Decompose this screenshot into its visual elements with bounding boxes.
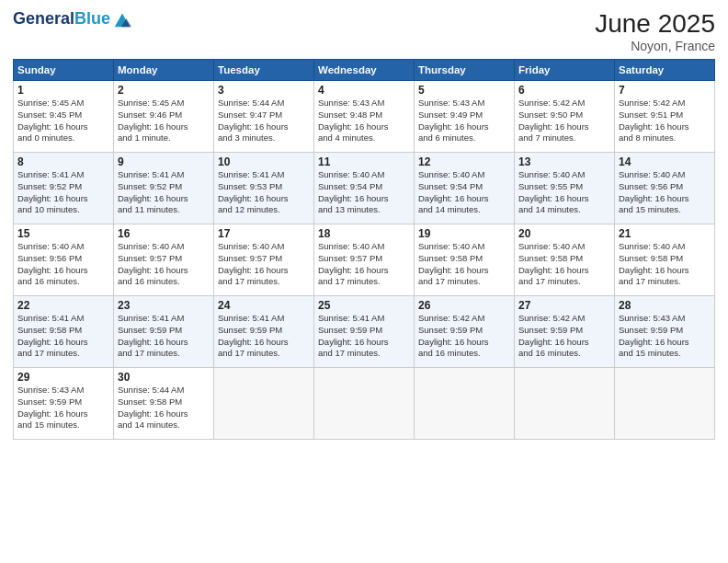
table-row — [515, 368, 615, 440]
table-row: 24Sunrise: 5:41 AMSunset: 9:59 PMDayligh… — [214, 296, 314, 368]
table-row: 6Sunrise: 5:42 AMSunset: 9:50 PMDaylight… — [515, 81, 615, 153]
calendar-week-0: 1Sunrise: 5:45 AMSunset: 9:45 PMDaylight… — [14, 81, 715, 153]
table-row: 25Sunrise: 5:41 AMSunset: 9:59 PMDayligh… — [314, 296, 415, 368]
table-row: 5Sunrise: 5:43 AMSunset: 9:49 PMDaylight… — [415, 81, 515, 153]
title-block: June 2025 Noyon, France — [595, 9, 715, 53]
col-sat: Saturday — [615, 60, 715, 81]
table-row: 16Sunrise: 5:40 AMSunset: 9:57 PMDayligh… — [114, 224, 214, 296]
table-row: 9Sunrise: 5:41 AMSunset: 9:52 PMDaylight… — [114, 153, 214, 224]
calendar: Sunday Monday Tuesday Wednesday Thursday… — [13, 59, 715, 440]
table-row — [314, 368, 415, 440]
table-row: 8Sunrise: 5:41 AMSunset: 9:52 PMDaylight… — [14, 153, 114, 224]
page: GeneralBlue June 2025 Noyon, France Sund… — [0, 0, 728, 563]
table-row — [415, 368, 515, 440]
table-row: 21Sunrise: 5:40 AMSunset: 9:58 PMDayligh… — [615, 224, 715, 296]
col-fri: Friday — [515, 60, 615, 81]
header: GeneralBlue June 2025 Noyon, France — [13, 9, 715, 53]
table-row — [615, 368, 715, 440]
table-row: 14Sunrise: 5:40 AMSunset: 9:56 PMDayligh… — [615, 153, 715, 224]
logo: GeneralBlue — [13, 9, 132, 29]
col-thu: Thursday — [415, 60, 515, 81]
table-row — [214, 368, 314, 440]
logo-text: GeneralBlue — [13, 10, 110, 29]
table-row: 28Sunrise: 5:43 AMSunset: 9:59 PMDayligh… — [615, 296, 715, 368]
table-row: 10Sunrise: 5:41 AMSunset: 9:53 PMDayligh… — [214, 153, 314, 224]
table-row: 13Sunrise: 5:40 AMSunset: 9:55 PMDayligh… — [515, 153, 615, 224]
table-row: 1Sunrise: 5:45 AMSunset: 9:45 PMDaylight… — [14, 81, 114, 153]
table-row: 4Sunrise: 5:43 AMSunset: 9:48 PMDaylight… — [314, 81, 415, 153]
table-row: 11Sunrise: 5:40 AMSunset: 9:54 PMDayligh… — [314, 153, 415, 224]
table-row: 23Sunrise: 5:41 AMSunset: 9:59 PMDayligh… — [114, 296, 214, 368]
table-row: 29Sunrise: 5:43 AMSunset: 9:59 PMDayligh… — [14, 368, 114, 440]
table-row: 17Sunrise: 5:40 AMSunset: 9:57 PMDayligh… — [214, 224, 314, 296]
month-title: June 2025 — [595, 9, 715, 39]
col-wed: Wednesday — [314, 60, 415, 81]
calendar-week-2: 15Sunrise: 5:40 AMSunset: 9:56 PMDayligh… — [14, 224, 715, 296]
table-row: 15Sunrise: 5:40 AMSunset: 9:56 PMDayligh… — [14, 224, 114, 296]
table-row: 30Sunrise: 5:44 AMSunset: 9:58 PMDayligh… — [114, 368, 214, 440]
table-row: 22Sunrise: 5:41 AMSunset: 9:58 PMDayligh… — [14, 296, 114, 368]
col-tue: Tuesday — [214, 60, 314, 81]
calendar-week-1: 8Sunrise: 5:41 AMSunset: 9:52 PMDaylight… — [14, 153, 715, 224]
calendar-header-row: Sunday Monday Tuesday Wednesday Thursday… — [14, 60, 715, 81]
table-row: 27Sunrise: 5:42 AMSunset: 9:59 PMDayligh… — [515, 296, 615, 368]
col-sun: Sunday — [14, 60, 114, 81]
location: Noyon, France — [595, 39, 715, 53]
table-row: 26Sunrise: 5:42 AMSunset: 9:59 PMDayligh… — [415, 296, 515, 368]
table-row: 2Sunrise: 5:45 AMSunset: 9:46 PMDaylight… — [114, 81, 214, 153]
table-row: 12Sunrise: 5:40 AMSunset: 9:54 PMDayligh… — [415, 153, 515, 224]
table-row: 19Sunrise: 5:40 AMSunset: 9:58 PMDayligh… — [415, 224, 515, 296]
calendar-week-3: 22Sunrise: 5:41 AMSunset: 9:58 PMDayligh… — [14, 296, 715, 368]
calendar-week-4: 29Sunrise: 5:43 AMSunset: 9:59 PMDayligh… — [14, 368, 715, 440]
table-row: 18Sunrise: 5:40 AMSunset: 9:57 PMDayligh… — [314, 224, 415, 296]
logo-icon — [112, 9, 132, 29]
table-row: 3Sunrise: 5:44 AMSunset: 9:47 PMDaylight… — [214, 81, 314, 153]
table-row: 20Sunrise: 5:40 AMSunset: 9:58 PMDayligh… — [515, 224, 615, 296]
table-row: 7Sunrise: 5:42 AMSunset: 9:51 PMDaylight… — [615, 81, 715, 153]
col-mon: Monday — [114, 60, 214, 81]
